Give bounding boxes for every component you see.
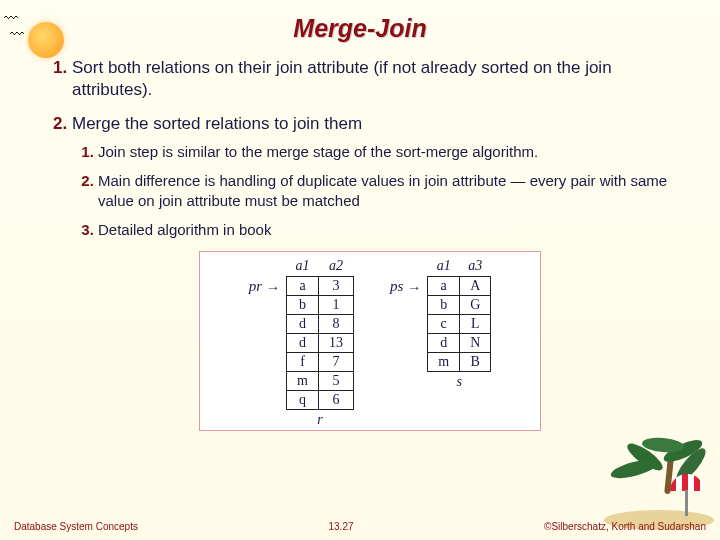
- bird-icon: 〰: [10, 26, 24, 42]
- table-s: a1a3aAbGcLdNmB: [427, 258, 491, 372]
- table-row: d8: [287, 315, 354, 334]
- pointer-pr: pr: [249, 278, 262, 295]
- table-row: bG: [428, 296, 491, 315]
- table-row: q6: [287, 391, 354, 410]
- bullet-1: Sort both relations on their join attrib…: [72, 57, 692, 101]
- col-header: a1: [287, 258, 319, 277]
- pointer-ps: ps: [390, 278, 403, 295]
- table-row: b1: [287, 296, 354, 315]
- bullet-1-text: Sort both relations on their join attrib…: [72, 58, 612, 99]
- table-s-label: s: [427, 374, 491, 390]
- palm-tree-decoration: [604, 436, 714, 526]
- table-row: f7: [287, 353, 354, 372]
- subbullet-1: Join step is similar to the merge stage …: [98, 142, 692, 161]
- arrow-icon: →: [407, 280, 421, 296]
- table-row: d13: [287, 334, 354, 353]
- table-row: a3: [287, 277, 354, 296]
- slide-footer: Database System Concepts 13.27 ©Silbersc…: [0, 521, 720, 532]
- table-r: a1a2a3b1d8d13f7m5q6: [286, 258, 354, 410]
- bullet-2-text: Merge the sorted relations to join them: [72, 114, 362, 133]
- slide-title: Merge-Join: [0, 0, 720, 43]
- merge-join-diagram: pr → a1a2a3b1d8d13f7m5q6 r ps → a1a3aAbG…: [199, 251, 541, 431]
- table-row: dN: [428, 334, 491, 353]
- table-row: mB: [428, 353, 491, 372]
- subbullet-3: Detailed algorithm in book: [98, 220, 692, 239]
- table-row: m5: [287, 372, 354, 391]
- corner-sun-decoration: 〰 〰: [4, 4, 64, 60]
- left-relation: pr → a1a2a3b1d8d13f7m5q6 r: [249, 258, 354, 428]
- footer-center: 13.27: [329, 521, 354, 532]
- right-relation: ps → a1a3aAbGcLdNmB s: [390, 258, 491, 390]
- footer-left: Database System Concepts: [14, 521, 138, 532]
- table-r-label: r: [286, 412, 354, 428]
- arrow-icon: →: [266, 280, 280, 296]
- slide-body: Sort both relations on their join attrib…: [0, 43, 720, 431]
- col-header: a1: [428, 258, 460, 277]
- col-header: a2: [318, 258, 353, 277]
- bullet-2: Merge the sorted relations to join them …: [72, 113, 692, 240]
- bird-icon: 〰: [4, 10, 18, 26]
- table-row: aA: [428, 277, 491, 296]
- subbullet-2: Main difference is handling of duplicate…: [98, 171, 692, 209]
- table-row: cL: [428, 315, 491, 334]
- sun-icon: [28, 22, 64, 58]
- col-header: a3: [460, 258, 491, 277]
- footer-right: ©Silberschatz, Korth and Sudarshan: [544, 521, 706, 532]
